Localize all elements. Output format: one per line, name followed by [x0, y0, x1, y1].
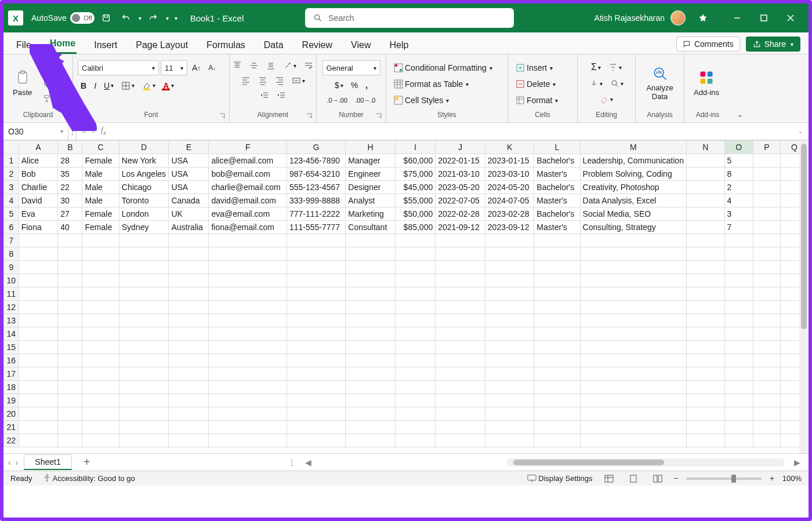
cell-P3[interactable] — [753, 181, 780, 194]
cell-B14[interactable] — [58, 327, 82, 341]
cell-A4[interactable]: David — [19, 194, 57, 207]
delete-cells-button[interactable]: Delete▾ — [513, 78, 559, 90]
cell-N22[interactable] — [686, 434, 724, 447]
cell-D4[interactable]: Toronto — [119, 194, 169, 207]
cell-L18[interactable] — [534, 381, 580, 394]
sheet-prev-button[interactable]: ‹ — [8, 458, 11, 467]
wrap-text-button[interactable] — [301, 59, 316, 72]
cell-M7[interactable] — [580, 234, 686, 247]
cell-O1[interactable]: 5 — [724, 154, 753, 167]
cell-N11[interactable] — [686, 287, 724, 301]
scroll-left-button[interactable]: ◀ — [305, 458, 311, 467]
underline-button[interactable]: U▾ — [101, 79, 117, 92]
cell-E11[interactable] — [169, 287, 209, 301]
cell-L20[interactable] — [534, 407, 580, 421]
cell-K14[interactable] — [485, 327, 534, 341]
cell-A22[interactable] — [19, 434, 57, 447]
cell-C1[interactable]: Female — [82, 154, 119, 167]
cell-D6[interactable]: Sydney — [119, 221, 169, 234]
cell-K21[interactable] — [485, 421, 534, 434]
cell-B11[interactable] — [58, 287, 82, 301]
cell-J7[interactable] — [436, 234, 485, 247]
cell-C2[interactable]: Male — [82, 167, 119, 181]
cell-E10[interactable] — [169, 274, 209, 287]
cell-P17[interactable] — [753, 367, 780, 381]
cell-I19[interactable] — [395, 394, 435, 407]
comments-button[interactable]: Comments — [676, 37, 740, 52]
cell-I4[interactable]: $55,000 — [395, 194, 435, 207]
column-header-K[interactable]: K — [485, 141, 534, 154]
cell-A5[interactable]: Eva — [19, 207, 57, 221]
column-header-P[interactable]: P — [753, 141, 780, 154]
cell-I9[interactable] — [395, 261, 435, 274]
cell-E18[interactable] — [169, 381, 209, 394]
paste-button[interactable]: Paste — [8, 67, 37, 99]
cell-G18[interactable] — [287, 381, 345, 394]
cell-B9[interactable] — [58, 261, 82, 274]
cell-F22[interactable] — [209, 434, 287, 447]
cell-M3[interactable]: Creativity, Photoshop — [580, 181, 686, 194]
cell-C7[interactable] — [82, 234, 119, 247]
spreadsheet-grid[interactable]: ABCDEFGHIJKLMNOPQ 1Alice28FemaleNew York… — [3, 140, 809, 447]
cell-O6[interactable]: 7 — [724, 221, 753, 234]
cell-M12[interactable] — [580, 301, 686, 314]
qat-customize-dropdown[interactable]: ▾ — [175, 15, 177, 21]
cell-N15[interactable] — [686, 341, 724, 354]
column-header-F[interactable]: F — [209, 141, 287, 154]
cell-J21[interactable] — [436, 421, 485, 434]
cell-K12[interactable] — [485, 301, 534, 314]
cell-H1[interactable]: Manager — [346, 154, 396, 167]
minimize-button[interactable] — [724, 3, 751, 32]
row-header-22[interactable]: 22 — [4, 434, 19, 447]
cell-P7[interactable] — [753, 234, 780, 247]
cell-E4[interactable]: Canada — [169, 194, 209, 207]
cell-H7[interactable] — [346, 234, 396, 247]
fx-button[interactable]: fx — [101, 126, 106, 137]
cell-L12[interactable] — [534, 301, 580, 314]
cell-F18[interactable] — [209, 381, 287, 394]
cell-L13[interactable] — [534, 314, 580, 327]
cell-O10[interactable] — [724, 274, 753, 287]
cell-D11[interactable] — [119, 287, 169, 301]
cell-F10[interactable] — [209, 274, 287, 287]
cell-F2[interactable]: bob@email.com — [209, 167, 287, 181]
format-painter-button[interactable] — [40, 92, 55, 105]
clear-button[interactable]: ▾ — [597, 93, 616, 105]
cell-H16[interactable] — [346, 354, 396, 367]
column-header-O[interactable]: O — [724, 141, 753, 154]
cell-P22[interactable] — [753, 434, 780, 447]
cell-A21[interactable] — [19, 421, 57, 434]
tab-file[interactable]: File — [15, 37, 32, 54]
cell-L8[interactable] — [534, 247, 580, 261]
cell-B16[interactable] — [58, 354, 82, 367]
cell-B10[interactable] — [58, 274, 82, 287]
cell-D5[interactable]: London — [119, 207, 169, 221]
cell-N2[interactable] — [686, 167, 724, 181]
cell-J20[interactable] — [436, 407, 485, 421]
cell-B13[interactable] — [58, 314, 82, 327]
cell-P16[interactable] — [753, 354, 780, 367]
align-left-button[interactable] — [238, 74, 253, 87]
cell-J4[interactable]: 2022-07-05 — [436, 194, 485, 207]
cell-F20[interactable] — [209, 407, 287, 421]
cell-M5[interactable]: Social Media, SEO — [580, 207, 686, 221]
column-header-D[interactable]: D — [119, 141, 169, 154]
cell-E20[interactable] — [169, 407, 209, 421]
cell-N4[interactable] — [686, 194, 724, 207]
cell-D16[interactable] — [119, 354, 169, 367]
toggle-off-icon[interactable]: Off — [70, 12, 95, 24]
cell-I17[interactable] — [395, 367, 435, 381]
search-box[interactable]: Search — [305, 8, 514, 28]
comma-button[interactable]: , — [362, 79, 371, 92]
cell-F9[interactable] — [209, 261, 287, 274]
cell-A15[interactable] — [19, 341, 57, 354]
cell-G3[interactable]: 555-123-4567 — [287, 181, 345, 194]
cell-K9[interactable] — [485, 261, 534, 274]
cell-C21[interactable] — [82, 421, 119, 434]
row-header-18[interactable]: 18 — [4, 381, 19, 394]
enter-formula-button[interactable]: ✓ — [90, 126, 97, 136]
align-center-button[interactable] — [255, 74, 270, 87]
cell-F5[interactable]: eva@email.com — [209, 207, 287, 221]
page-break-view-button[interactable] — [650, 473, 666, 484]
cell-H18[interactable] — [346, 381, 396, 394]
